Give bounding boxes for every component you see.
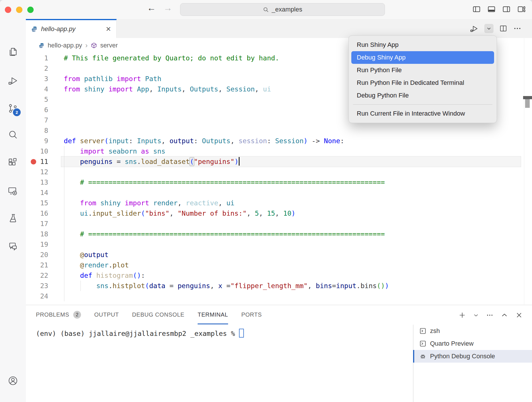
- code-line-10[interactable]: 10 import seaborn as sns: [26, 146, 532, 156]
- line-number[interactable]: 20: [26, 250, 48, 260]
- forward-button[interactable]: →: [163, 3, 172, 13]
- code-line-content[interactable]: # ======================================…: [64, 177, 385, 187]
- line-number[interactable]: 23: [26, 281, 48, 291]
- line-number[interactable]: 14: [26, 187, 48, 198]
- editor-scrollbar[interactable]: [524, 38, 524, 305]
- panel-tab-ports[interactable]: PORTS: [241, 305, 262, 324]
- line-number[interactable]: 10: [26, 146, 48, 156]
- menu-item-debug-shiny-app[interactable]: Debug Shiny App: [351, 51, 494, 64]
- line-number[interactable]: 24: [26, 291, 48, 301]
- more-actions-button[interactable]: [513, 24, 522, 33]
- line-number[interactable]: 21: [26, 260, 48, 270]
- line-number[interactable]: 7: [26, 115, 48, 125]
- line-number[interactable]: 22: [26, 270, 48, 281]
- line-number[interactable]: 19: [26, 239, 48, 250]
- code-line-23[interactable]: 23 sns.histplot(data = penguins, x ="fli…: [26, 281, 532, 291]
- line-number[interactable]: 12: [26, 167, 48, 177]
- minimize-window-button[interactable]: [16, 7, 22, 13]
- sidebar-item-source-control[interactable]: 2: [7, 103, 19, 114]
- line-number[interactable]: 11: [26, 156, 48, 167]
- split-editor-button[interactable]: [499, 24, 508, 33]
- terminal-row-python-debug-console[interactable]: Python Debug Console: [413, 350, 532, 363]
- code-line-content[interactable]: import seaborn as sns: [64, 146, 165, 156]
- terminal-output[interactable]: (env) (base) jjallaire@jjallairesmbp2 _e…: [36, 329, 244, 338]
- toggle-panel-icon[interactable]: [487, 5, 496, 14]
- code-line-9[interactable]: 9def server(input: Inputs, output: Outpu…: [26, 136, 532, 146]
- command-center-search[interactable]: _examples: [180, 3, 385, 16]
- code-line-content[interactable]: from pathlib import Path: [64, 74, 161, 84]
- sidebar-item-remote-explorer[interactable]: [7, 185, 19, 197]
- code-line-content[interactable]: ui.input_slider("bins", "Number of bins:…: [64, 208, 296, 219]
- sidebar-item-comments[interactable]: [7, 241, 19, 252]
- toggle-secondary-sidebar-icon[interactable]: [502, 5, 511, 14]
- run-dropdown-button[interactable]: [484, 24, 494, 33]
- menu-item-run-current-file-in-interactive-window[interactable]: Run Current File in Interactive Window: [351, 107, 494, 120]
- panel-tab-terminal[interactable]: TERMINAL: [198, 305, 228, 324]
- line-number[interactable]: 13: [26, 177, 48, 187]
- code-line-21[interactable]: 21 @render.plot: [26, 260, 532, 270]
- panel-tab-problems[interactable]: PROBLEMS2: [36, 305, 81, 324]
- line-number[interactable]: 15: [26, 198, 48, 208]
- line-number[interactable]: 18: [26, 229, 48, 239]
- sidebar-item-testing[interactable]: [7, 213, 19, 224]
- code-line-16[interactable]: 16 ui.input_slider("bins", "Number of bi…: [26, 208, 532, 219]
- customize-layout-icon[interactable]: [517, 5, 526, 14]
- line-number[interactable]: 5: [26, 94, 48, 105]
- close-panel-button[interactable]: [515, 311, 523, 319]
- terminal-row-zsh[interactable]: zsh: [413, 325, 532, 337]
- code-line-24[interactable]: 24: [26, 291, 532, 301]
- toggle-primary-sidebar-icon[interactable]: [472, 5, 481, 14]
- code-line-content[interactable]: from shiny import render, reactive, ui: [64, 198, 234, 208]
- panel-tab-output[interactable]: OUTPUT: [94, 305, 119, 324]
- code-line-15[interactable]: 15 from shiny import render, reactive, u…: [26, 198, 532, 208]
- code-line-18[interactable]: 18 # ===================================…: [26, 229, 532, 239]
- line-number[interactable]: 8: [26, 125, 48, 136]
- terminal-row-quarto-preview[interactable]: Quarto Preview: [413, 337, 532, 350]
- code-line-content[interactable]: # This file generated by Quarto; do not …: [64, 53, 279, 63]
- line-number[interactable]: 1: [26, 53, 48, 63]
- account-button[interactable]: [7, 375, 19, 386]
- code-line-17[interactable]: 17: [26, 219, 532, 229]
- new-terminal-button[interactable]: [458, 311, 466, 319]
- breadcrumb-file[interactable]: hello-app.py: [48, 42, 82, 49]
- tab-close-icon[interactable]: ✕: [106, 25, 111, 33]
- sidebar-item-explorer[interactable]: [7, 46, 19, 58]
- menu-item-debug-python-file[interactable]: Debug Python File: [351, 89, 494, 102]
- maximize-panel-button[interactable]: [501, 311, 508, 319]
- code-line-13[interactable]: 13 # ===================================…: [26, 177, 532, 187]
- sidebar-item-search[interactable]: [7, 129, 19, 141]
- line-number[interactable]: 6: [26, 105, 48, 115]
- panel-more-actions-button[interactable]: [486, 311, 494, 319]
- code-line-content[interactable]: def histogram():: [64, 270, 145, 281]
- line-number[interactable]: 4: [26, 84, 48, 94]
- code-line-content[interactable]: from shiny import App, Inputs, Outputs, …: [64, 84, 271, 94]
- code-line-12[interactable]: 12: [26, 167, 532, 177]
- overview-ruler-handle[interactable]: [525, 99, 530, 108]
- code-line-20[interactable]: 20 @output: [26, 250, 532, 260]
- back-button[interactable]: ←: [147, 3, 156, 13]
- zoom-window-button[interactable]: [27, 7, 34, 13]
- line-number[interactable]: 3: [26, 74, 48, 84]
- code-line-content[interactable]: @output: [64, 250, 109, 260]
- run-or-debug-button[interactable]: [469, 24, 479, 33]
- code-line-content[interactable]: def server(input: Inputs, output: Output…: [64, 136, 344, 146]
- line-number[interactable]: 2: [26, 63, 48, 74]
- tab-hello-app-py[interactable]: hello-app.py ✕: [26, 19, 117, 38]
- code-line-19[interactable]: 19: [26, 239, 532, 250]
- code-line-8[interactable]: 8: [26, 125, 532, 136]
- code-line-content[interactable]: penguins = sns.load_dataset("penguins"): [64, 156, 240, 167]
- line-number[interactable]: 16: [26, 208, 48, 219]
- code-line-22[interactable]: 22 def histogram():: [26, 270, 532, 281]
- menu-item-run-python-file[interactable]: Run Python File: [351, 64, 494, 76]
- settings-button[interactable]: 1: [7, 401, 19, 402]
- code-line-14[interactable]: 14: [26, 187, 532, 198]
- sidebar-item-extensions[interactable]: [7, 157, 19, 169]
- close-window-button[interactable]: [5, 7, 11, 13]
- line-number[interactable]: 9: [26, 136, 48, 146]
- menu-item-run-python-file-in-dedicated-terminal[interactable]: Run Python File in Dedicated Terminal: [351, 76, 494, 89]
- menu-item-run-shiny-app[interactable]: Run Shiny App: [351, 39, 494, 51]
- code-line-content[interactable]: sns.histplot(data = penguins, x ="flippe…: [64, 281, 389, 291]
- code-line-content[interactable]: @render.plot: [64, 260, 129, 270]
- sidebar-item-run-debug[interactable]: [7, 75, 19, 86]
- code-line-11[interactable]: 11 penguins = sns.load_dataset("penguins…: [26, 156, 532, 167]
